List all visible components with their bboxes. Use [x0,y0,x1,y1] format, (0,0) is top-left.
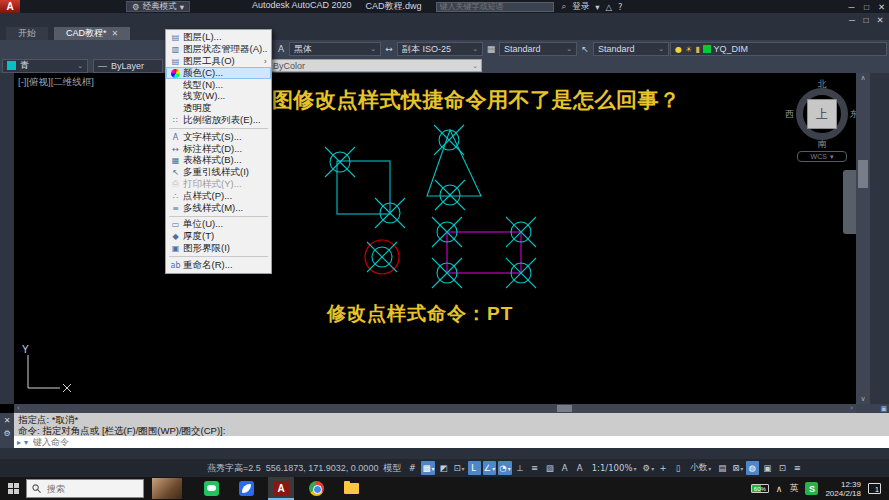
layer-combo[interactable]: ● ☀ ▮ YQ_DIM [670,42,887,56]
annotation-monitor-icon[interactable]: + [657,461,670,475]
ortho-icon[interactable]: L [468,461,481,475]
annotation-monitor-icon[interactable]: ▣ [880,405,887,413]
scroll-down-icon[interactable]: ∨ [856,395,870,403]
object-snap-icon[interactable]: ◔ ▾ [498,461,511,475]
command-history[interactable]: 指定点: *取消*命令: 指定对角点或 [栏选(F)/圈围(WP)/圈交(CP)… [14,413,889,436]
workspace-switcher[interactable]: ⚙ 经典模式 ▾ [126,1,190,12]
layer-color-swatch[interactable] [703,45,711,53]
new-icon[interactable] [2,42,17,56]
isolate-objects-icon[interactable]: ⊠ ▾ [731,461,744,475]
scroll-right-icon[interactable]: › [850,404,853,413]
units-icon[interactable]: ▯ [672,461,685,475]
menu-item-lineweight[interactable]: 线宽(W)... [166,91,271,103]
ime-indicator[interactable]: 英 [789,482,798,495]
minimize-button[interactable]: ─ [844,2,859,12]
lineweight-icon[interactable]: ≡ [529,461,542,475]
layer-lock-icon[interactable]: ▮ [695,45,699,54]
customization-icon[interactable]: ≡ [791,461,804,475]
menu-item-layer-tools[interactable]: ▤ 图层工具(O) › [166,56,271,68]
open-icon[interactable] [18,42,33,56]
close-tab-icon[interactable]: ✕ [112,27,119,40]
menu-item-dim-style[interactable]: ↔ 标注样式(D)... [166,143,271,155]
horizontal-scrollbar[interactable]: ‹ › [14,404,856,413]
help-search-input[interactable] [436,2,554,12]
snap-mode-icon[interactable]: ▩ ▾ [421,461,435,475]
restore-button[interactable]: □ [859,2,874,12]
taskbar-search[interactable] [26,479,144,498]
save-icon[interactable] [34,42,49,56]
doc-restore-button[interactable]: □ [859,15,873,25]
menu-item-rename[interactable]: ab 重命名(R)... [166,259,271,271]
annotation-autoscale-icon[interactable]: A [574,461,587,475]
search-exchange-icon[interactable]: ⌕ [562,1,567,12]
menu-item-layer-state-manager[interactable]: ▥ 图层状态管理器(A)... [166,44,271,56]
doc-close-button[interactable]: ✕ [873,15,887,25]
taskbar-wechat-icon[interactable] [198,477,224,500]
plot-preview-icon[interactable] [66,42,81,56]
transparency-icon[interactable]: ▨ [544,461,557,475]
sign-in-button[interactable]: 登录 [572,1,589,13]
dim-style-combo[interactable]: 副本 ISO-25 ⌄ [397,42,483,56]
start-button[interactable] [0,477,26,500]
plot-icon[interactable] [50,42,65,56]
polar-tracking-icon[interactable]: ∠ ▾ [483,461,497,475]
menu-item-color[interactable]: ● 颜色(C)... [166,67,271,79]
taskbar-chrome-icon[interactable] [303,477,329,500]
cursor-coordinates[interactable]: 556.1873, 171.9032, 0.0000 [266,463,379,473]
vertical-scroll-thumb[interactable] [858,160,868,188]
battery-icon[interactable]: 60% [751,484,769,493]
infer-constraints-icon[interactable]: ◩ [437,461,450,475]
object-snap-tracking-icon[interactable]: ⊥ [514,461,527,475]
units-format[interactable]: 小数 ▾ [687,461,714,475]
app-store-icon[interactable]: ▾ [595,2,599,12]
wrench-icon[interactable]: ⚙ [3,429,10,438]
hardware-accel-icon[interactable]: ▣ [761,461,774,475]
news-widget-thumbnail[interactable] [152,478,182,499]
layer-thaw-icon[interactable]: ☀ [685,45,692,54]
dynamic-input-icon[interactable]: ⊡ ▾ [452,461,465,475]
color-combo[interactable]: 青 ⌄ [2,59,88,73]
menu-item-table-style[interactable]: ▦ 表格样式(B)... [166,155,271,167]
tab-start[interactable]: 开始 [6,27,48,40]
graphics-performance-icon[interactable]: ◍ [746,461,759,475]
wcs-dropdown[interactable]: WCS ▾ [797,151,847,162]
menu-item-transparency[interactable]: 透明度 [166,103,271,115]
hidden-icons-caret[interactable]: ∧ [776,484,783,494]
text-style-combo[interactable]: 黑体 ⌄ [289,42,381,56]
clean-screen-icon[interactable]: ⊡ [776,461,789,475]
menu-item-thickness[interactable]: ◆ 厚度(T) [166,231,271,243]
taskbar-feishu-icon[interactable] [233,477,259,500]
help-icon[interactable]: ? [618,2,623,12]
menu-item-units[interactable]: ▭ 单位(U)... [166,219,271,231]
grid-icon[interactable]: # [406,461,419,475]
close-command-icon[interactable]: ✕ [4,416,11,425]
match-properties-icon[interactable] [146,42,161,56]
viewcube-top-face[interactable]: 上 [807,99,837,129]
tab-document[interactable]: CAD教程* ✕ [54,27,130,40]
paste-icon[interactable] [130,42,145,56]
copy-clip-icon[interactable] [114,42,129,56]
doc-minimize-button[interactable]: ─ [845,15,859,25]
menu-item-layer[interactable]: ▤ 图层(L)... [166,32,271,44]
annotation-scale[interactable]: 1:1/100% ▾ [589,461,640,475]
menu-item-drawing-limits[interactable]: ▣ 图形界限(I) [166,243,271,255]
stay-connected-icon[interactable]: △ [606,2,613,12]
layer-on-icon[interactable]: ● [675,45,682,54]
scroll-left-icon[interactable]: ‹ [17,404,20,413]
taskbar-explorer-icon[interactable] [338,477,364,500]
menu-item-linetype[interactable]: 线型(N)... [166,79,271,91]
vertical-scrollbar[interactable]: ∧ ∨ [856,73,870,404]
close-button[interactable]: ✕ [874,2,889,12]
publish-icon[interactable] [82,42,97,56]
taskbar-autocad-icon[interactable]: A [268,477,294,500]
annotation-visibility-icon[interactable]: A [559,461,572,475]
chevron-down-icon[interactable]: ▾ [24,438,28,447]
menu-item-text-style[interactable]: A 文字样式(S)... [166,131,271,143]
taskbar-clock[interactable]: 12:39 2024/2/18 [825,480,861,498]
mleader-style-combo[interactable]: Standard ⌄ [593,42,669,56]
cut-icon[interactable] [98,42,113,56]
notification-icon[interactable]: 1 [868,483,881,494]
workspace-gear-icon[interactable]: ⚙ ▾ [642,461,656,475]
menu-item-point-style[interactable]: ∴ 点样式(P)... [166,190,271,202]
viewcube-south-label[interactable]: 南 [818,138,827,151]
